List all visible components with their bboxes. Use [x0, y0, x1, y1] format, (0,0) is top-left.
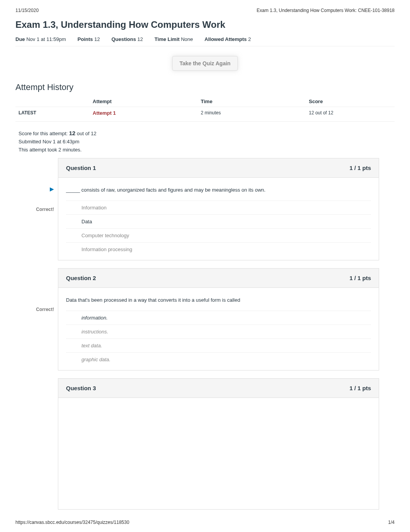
meta-timelimit: Time Limit None	[154, 36, 193, 42]
meta-questions: Questions 12	[112, 36, 143, 42]
summary-took: This attempt took 2 minutes.	[19, 146, 395, 154]
table-row: LATEST Attempt 1 2 minutes 12 out of 12	[15, 107, 395, 122]
attempt-history-table: Attempt Time Score LATEST Attempt 1 2 mi…	[15, 96, 395, 122]
attempt-summary: Score for this attempt: 12 out of 12 Sub…	[15, 122, 395, 158]
table-header-row: Attempt Time Score	[15, 96, 395, 107]
answer-option: text data.	[66, 343, 102, 348]
col-header-time: Time	[201, 99, 309, 104]
question-title: Question 3	[66, 385, 96, 391]
print-date: 11/15/2020	[15, 8, 39, 13]
question-card: Question 3 1 / 1 pts	[58, 378, 379, 510]
attempt-history-heading: Attempt History	[15, 82, 395, 92]
question-block: ▶ Correct! Question 1 1 / 1 pts _____ co…	[15, 158, 395, 260]
question-card: Question 1 1 / 1 pts _____ consists of r…	[58, 158, 379, 260]
question-points: 1 / 1 pts	[349, 385, 371, 391]
question-block: Correct! Question 2 1 / 1 pts Data that'…	[15, 268, 395, 371]
meta-attempts: Allowed Attempts 2	[205, 36, 251, 42]
attempt-score: 12 out of 12	[309, 110, 395, 116]
answer-option: Information	[66, 205, 107, 211]
question-text: Data that's been processed in a way that…	[66, 297, 371, 303]
answer-option: graphic data.	[66, 357, 110, 362]
latest-badge: LATEST	[15, 110, 93, 116]
summary-score: Score for this attempt: 12 out of 12	[19, 129, 395, 138]
col-header-score: Score	[309, 99, 395, 104]
question-title: Question 2	[66, 275, 96, 281]
meta-due: Due Nov 1 at 11:59pm	[15, 36, 66, 42]
question-block: Question 3 1 / 1 pts	[15, 378, 395, 510]
answer-option: Data	[66, 219, 92, 224]
question-title: Question 1	[66, 165, 96, 171]
question-text: _____ consists of raw, unorganized facts…	[66, 187, 371, 193]
meta-points: Points 12	[78, 36, 100, 42]
print-header: 11/15/2020 Exam 1.3, Understanding How C…	[0, 0, 410, 16]
correct-label: Correct!	[15, 307, 54, 312]
answer-option: Information processing	[66, 246, 132, 252]
answer-option: instructions.	[66, 329, 108, 335]
question-card: Question 2 1 / 1 pts Data that's been pr…	[58, 268, 379, 371]
expand-arrow-icon[interactable]: ▶	[15, 181, 54, 192]
question-points: 1 / 1 pts	[349, 165, 371, 171]
question-points: 1 / 1 pts	[349, 275, 371, 281]
quiz-title: Exam 1.3, Understanding How Computers Wo…	[15, 19, 395, 30]
col-header-attempt: Attempt	[93, 99, 201, 104]
summary-submitted: Submitted Nov 1 at 6:43pm	[19, 138, 395, 146]
answer-option: Computer technology	[66, 233, 129, 238]
attempt-time: 2 minutes	[201, 110, 309, 116]
correct-label: Correct!	[15, 207, 54, 212]
take-quiz-again-button[interactable]: Take the Quiz Again	[172, 56, 238, 71]
attempt-link[interactable]: Attempt 1	[93, 110, 201, 116]
answer-option: information.	[66, 315, 108, 321]
quiz-meta-bar: Due Nov 1 at 11:59pm Points 12 Questions…	[15, 35, 395, 46]
print-title: Exam 1.3, Understanding How Computers Wo…	[257, 8, 395, 13]
